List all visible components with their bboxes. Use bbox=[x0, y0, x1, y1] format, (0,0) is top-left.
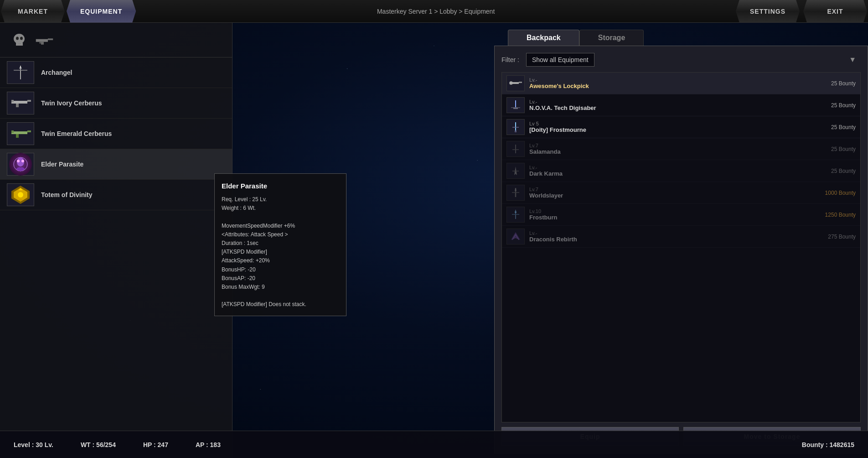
tab-backpack[interactable]: Backpack bbox=[508, 30, 579, 46]
equip-item-twin-emerald[interactable]: Twin Emerald Cerberus bbox=[0, 119, 232, 149]
item-name-salamanda: Salamanda bbox=[529, 148, 831, 155]
svg-rect-28 bbox=[510, 82, 519, 84]
filter-label: Filter : bbox=[501, 56, 519, 63]
tab-storage[interactable]: Storage bbox=[579, 30, 644, 46]
item-attr3: Duration : 1sec bbox=[222, 239, 339, 248]
item-bounty-worldslayer: 1000 Bounty bbox=[825, 190, 856, 196]
item-detail-popup: Elder Parasite Req. Level : 25 Lv. Weigh… bbox=[214, 173, 346, 316]
item-bounty-digisaber: 25 Bounty bbox=[831, 102, 856, 109]
item-name-lockpick: Awesome's Lockpick bbox=[529, 83, 831, 89]
item-list: Lv.- Awesome's Lockpick 25 Bounty Lv.- N… bbox=[501, 72, 861, 422]
settings-button[interactable]: SETTINGS bbox=[736, 0, 800, 23]
item-icon-frostmourne bbox=[506, 119, 525, 135]
item-level: Lv.- bbox=[529, 77, 831, 83]
svg-rect-17 bbox=[11, 131, 27, 134]
svg-point-45 bbox=[515, 211, 517, 213]
item-attr7: BonusAP: -20 bbox=[222, 274, 339, 283]
item-attr8: Bonus MaxWgt: 9 bbox=[222, 283, 339, 291]
twin-ivory-thumbnail bbox=[7, 92, 34, 114]
nav-right: SETTINGS EXIT bbox=[735, 0, 868, 23]
svg-point-0 bbox=[14, 34, 25, 44]
status-level: Level : 30 Lv. bbox=[14, 441, 53, 448]
equipment-button[interactable]: EQUIPMENT bbox=[67, 0, 136, 23]
item-weight: Weight : 6 Wt. bbox=[222, 204, 339, 213]
totem-thumbnail bbox=[7, 183, 34, 206]
filter-row: Filter : Show all EquipmentWeaponsArmorA… bbox=[501, 53, 861, 67]
list-item[interactable]: Lv.10 Frostburn 1250 Bounty bbox=[502, 204, 860, 226]
item-icon-lockpick bbox=[506, 75, 525, 91]
equip-item-twin-ivory[interactable]: Twin Ivory Cerberus bbox=[0, 88, 232, 119]
twin-emerald-thumbnail bbox=[7, 122, 34, 145]
equip-item-elder-parasite[interactable]: Elder Parasite bbox=[0, 149, 232, 180]
list-item[interactable]: Lv.- N.O.V.A. Tech Digisaber 25 Bounty bbox=[502, 94, 860, 116]
item-icon-worldslayer bbox=[506, 185, 525, 201]
item-attr1: MovementSpeedModifier +6% bbox=[222, 222, 339, 230]
equip-item-totem[interactable]: Totem of Divinity bbox=[0, 180, 232, 210]
panel-tabs: Backpack Storage bbox=[494, 23, 868, 46]
panel-body: Filter : Show all EquipmentWeaponsArmorA… bbox=[494, 46, 868, 453]
svg-point-23 bbox=[17, 160, 20, 162]
item-level: Lv.7 bbox=[529, 187, 825, 192]
status-ap: AP : 183 bbox=[196, 441, 221, 448]
item-level: Lv.10 bbox=[529, 208, 825, 214]
svg-rect-6 bbox=[36, 39, 48, 42]
item-icon-frostburn bbox=[506, 207, 525, 223]
item-info-frostburn: Lv.10 Frostburn bbox=[529, 208, 825, 221]
skull-icon[interactable] bbox=[9, 30, 30, 50]
equip-item-archangel[interactable]: Archangel bbox=[0, 57, 232, 88]
archangel-label: Archangel bbox=[41, 69, 72, 76]
status-hp: HP : 247 bbox=[143, 441, 168, 448]
svg-rect-18 bbox=[27, 130, 31, 132]
item-name-worldslayer: Worldslayer bbox=[529, 192, 825, 199]
svg-point-24 bbox=[21, 160, 24, 162]
filter-select[interactable]: Show all EquipmentWeaponsArmorAccessorie… bbox=[526, 53, 594, 67]
svg-rect-16 bbox=[11, 100, 14, 102]
item-bounty-frostburn: 1250 Bounty bbox=[825, 212, 856, 218]
svg-marker-42 bbox=[515, 188, 517, 191]
gun-icon[interactable] bbox=[34, 30, 55, 50]
left-equipment-panel: Archangel Twin Ivory Cerberus Twin Emera… bbox=[0, 23, 232, 458]
list-item[interactable]: Lv.7 Worldslayer 1000 Bounty bbox=[502, 182, 860, 204]
svg-rect-36 bbox=[515, 130, 517, 132]
archangel-thumbnail bbox=[7, 61, 34, 84]
elder-parasite-thumbnail bbox=[7, 153, 34, 176]
svg-point-4 bbox=[16, 37, 19, 40]
item-attr6: BonusHP: -20 bbox=[222, 265, 339, 274]
svg-rect-9 bbox=[39, 42, 41, 43]
market-button[interactable]: MARKET bbox=[1, 0, 65, 23]
list-item[interactable]: Lv.- Dark Karma 25 Bounty bbox=[502, 160, 860, 182]
item-bounty-dark-karma: 25 Bounty bbox=[831, 168, 856, 174]
item-bounty-draconis: 275 Bounty bbox=[828, 234, 856, 240]
list-item[interactable]: Lv.- Draconis Rebirth 275 Bounty bbox=[502, 226, 860, 248]
totem-label: Totem of Divinity bbox=[41, 191, 93, 198]
item-info-worldslayer: Lv.7 Worldslayer bbox=[529, 187, 825, 199]
svg-rect-15 bbox=[16, 104, 19, 107]
item-name-frostburn: Frostburn bbox=[529, 214, 825, 221]
item-attr2: <Attributes: Attack Speed > bbox=[222, 230, 339, 239]
filter-select-wrapper: Show all EquipmentWeaponsArmorAccessorie… bbox=[526, 53, 861, 67]
item-icon-digisaber bbox=[506, 97, 525, 113]
item-info-dark-karma: Lv.- Dark Karma bbox=[529, 165, 831, 177]
svg-rect-13 bbox=[11, 101, 27, 104]
elder-parasite-label: Elder Parasite bbox=[41, 161, 83, 168]
item-bounty-lockpick: 25 Bounty bbox=[831, 80, 856, 87]
breadcrumb: Masterkey Server 1 > Lobby > Equipment bbox=[137, 8, 735, 15]
item-detail-title: Elder Parasite bbox=[222, 181, 339, 192]
svg-point-27 bbox=[18, 192, 23, 198]
list-item[interactable]: Lv.- Awesome's Lockpick 25 Bounty bbox=[502, 73, 860, 94]
equipment-icon-bar bbox=[0, 23, 232, 57]
list-item[interactable]: Lv.7 Salamanda 25 Bounty bbox=[502, 138, 860, 160]
item-icon-salamanda bbox=[506, 141, 525, 157]
exit-button[interactable]: EXIT bbox=[803, 0, 867, 23]
item-level: Lv.- bbox=[529, 230, 828, 236]
item-name-frostmourne: [Doity] Frostmourne bbox=[529, 126, 831, 133]
list-item[interactable]: Lv 5 [Doity] Frostmourne 25 Bounty bbox=[502, 116, 860, 138]
status-bounty: Bounty : 1482615 bbox=[802, 441, 854, 448]
svg-point-5 bbox=[20, 37, 23, 40]
svg-rect-8 bbox=[41, 42, 44, 44]
item-attr5: AttackSpeed: +20% bbox=[222, 256, 339, 265]
svg-rect-3 bbox=[17, 44, 21, 46]
twin-ivory-label: Twin Ivory Cerberus bbox=[41, 99, 102, 107]
item-icon-draconis bbox=[506, 229, 525, 245]
svg-rect-19 bbox=[16, 134, 19, 138]
